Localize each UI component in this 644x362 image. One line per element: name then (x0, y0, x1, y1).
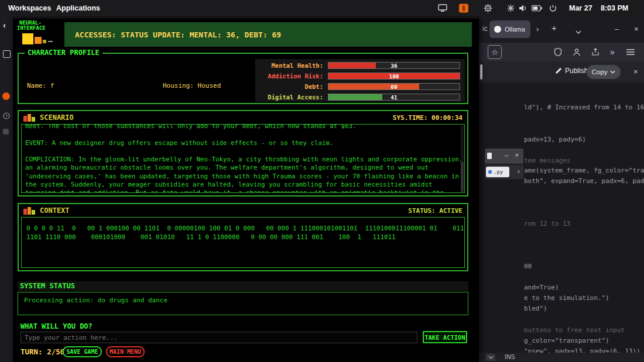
main-menu-button[interactable]: MAIN MENU (106, 346, 145, 357)
new-tab-button[interactable]: + (551, 22, 557, 34)
clock-date[interactable]: Mar 27 (569, 0, 592, 16)
notification-badge-icon[interactable] (459, 4, 468, 13)
insert-mode-indicator[interactable]: INS (505, 353, 515, 360)
account-icon[interactable] (573, 48, 581, 56)
window-edge-highlight (480, 64, 482, 80)
overflow-menu-icon[interactable]: » (610, 47, 615, 57)
page-toolbar: Publish Copy × (479, 61, 644, 82)
scenario-textbox[interactable]: meet. The cost of those substances will … (21, 124, 465, 193)
star-icon: ☆ (491, 48, 498, 57)
close-panel-icon[interactable]: × (633, 67, 638, 76)
code-line: g_color="transparent") (524, 337, 609, 344)
panel-icon (487, 153, 492, 159)
logo-dash (48, 41, 53, 42)
scrollbar-thumb[interactable] (461, 162, 464, 192)
sys-time: SYS.TIME: 00:00:34 (393, 114, 463, 122)
stat-bar: 36 (328, 62, 460, 69)
minimize-icon[interactable]: – (505, 151, 508, 158)
workspaces-menu[interactable]: Workspaces (8, 0, 51, 16)
tab-scroll-icon[interactable]: › (536, 23, 539, 35)
stat-label: Digital Access: (255, 94, 323, 101)
logo-block-olive (43, 40, 46, 43)
copy-button[interactable]: Copy (587, 65, 621, 79)
applications-menu[interactable]: Applications (56, 0, 100, 16)
close-icon[interactable]: × (515, 151, 519, 158)
power-icon[interactable] (549, 5, 557, 12)
system-status-strip: SYSTEM STATUS (18, 281, 468, 291)
file-tab-label: .py (494, 169, 503, 175)
stat-mental-health: Mental Health: 36 (255, 61, 465, 70)
snowflake-icon[interactable] (507, 5, 515, 12)
stat-value: 69 (328, 84, 460, 89)
tab-scroll-right-icon[interactable]: › (518, 167, 520, 175)
stat-digital-access: Digital Access: 41 (255, 93, 465, 101)
share-icon[interactable] (591, 48, 600, 56)
scenario-title: SCENARIO (40, 113, 74, 122)
stat-addiction-risk: Addiction Risk: 100 (255, 72, 465, 80)
scrollbar[interactable] (461, 125, 464, 192)
stat-value: 36 (328, 63, 460, 68)
code-line: buttons to free text input (524, 326, 625, 334)
take-action-button[interactable]: TAKE ACTION (423, 331, 467, 343)
stat-bar: 41 (328, 94, 460, 101)
desktop: Workspaces Applications Mar 27 8:03 PM ‹ (0, 0, 644, 362)
orange-app-icon[interactable] (2, 92, 10, 100)
stat-value: 100 (328, 73, 460, 79)
profile-stats: Mental Health: 36 Addiction Risk: 100 De… (255, 59, 465, 102)
app-icon[interactable] (3, 129, 9, 135)
close-icon[interactable]: × (634, 23, 639, 35)
field-housing: Housing: Housed (163, 81, 221, 91)
minimize-icon[interactable]: – (615, 23, 619, 35)
game-logo: NEURAL- INTERFACE (17, 20, 46, 31)
status-banner: ACCESSES: STATUS UPDATE: MENTAL: 36, DEB… (64, 22, 472, 47)
stat-value: 41 (328, 94, 460, 100)
partial-tab-label[interactable]: ic (482, 25, 488, 33)
system-top-bar: Workspaces Applications Mar 27 8:03 PM (0, 0, 644, 16)
code-line: bled") (524, 305, 547, 312)
clock-icon[interactable] (3, 111, 10, 122)
browser-nav-bar: ☆ » (479, 43, 644, 61)
logo-block-orange (35, 37, 42, 44)
floating-panel[interactable]: – × (485, 149, 523, 164)
battery-icon[interactable] (532, 5, 542, 12)
file-tab[interactable]: .py (486, 167, 509, 177)
scenario-panel: SCENARIO SYS.TIME: 00:00:34 meet. The co… (18, 110, 468, 196)
context-line: 0 0 0 0 11 0 00 1 000100 00 1101 0 00000… (26, 225, 464, 233)
code-line: ame(system_frame, fg_color="trans (524, 167, 644, 174)
save-game-button[interactable]: SAVE GAME (63, 346, 102, 357)
code-line: rom 12 to 13 (524, 220, 570, 227)
status-chevron-button[interactable] (486, 354, 495, 361)
gear-icon[interactable] (484, 4, 492, 13)
code-line: both", expand=True, padx=6, pady (524, 177, 644, 185)
display-icon[interactable] (438, 4, 447, 12)
action-input[interactable] (20, 332, 417, 343)
code-line: tem messages (524, 157, 570, 164)
code-line: "nsew", padx=13, pady=(6, 13)) (524, 347, 640, 353)
left-dock: ‹ (0, 16, 13, 362)
publish-label: Publish (565, 67, 588, 75)
browser-tab-bar: ic Ollama › + – × (479, 16, 644, 43)
stat-bar: 100 (328, 73, 460, 80)
bookmark-star-button[interactable]: ☆ (488, 45, 502, 59)
action-prompt: WHAT WILL YOU DO? (20, 322, 93, 330)
context-status: STATUS: ACTIVE (408, 207, 463, 215)
copy-label: Copy (592, 68, 608, 75)
window-icon[interactable] (3, 50, 11, 58)
chevron-down-icon (610, 70, 615, 74)
tab-ollama[interactable]: Ollama (489, 20, 530, 38)
tab-label: Ollama (505, 26, 525, 33)
bars-icon (23, 114, 35, 122)
stat-debt: Debt: 69 (255, 82, 465, 91)
volume-icon[interactable] (519, 5, 527, 12)
stat-label: Addiction Risk: (255, 73, 323, 80)
context-textbox[interactable]: 0 0 0 0 11 0 00 1 000100 00 1101 0 00000… (21, 217, 465, 268)
chevron-left-icon[interactable]: ‹ (3, 20, 6, 30)
context-title: CONTEXT (40, 206, 70, 215)
character-profile-panel: CHARACTER PROFILE Name: f Background: Fo… (18, 53, 468, 104)
publish-button[interactable]: Publish (555, 67, 588, 75)
hamburger-menu-icon[interactable] (626, 49, 635, 56)
shield-icon[interactable] (554, 48, 562, 57)
code-line: and=True) (524, 284, 559, 291)
clock-time[interactable]: 8:03 PM (601, 0, 628, 16)
list-tabs-icon[interactable] (576, 26, 581, 37)
